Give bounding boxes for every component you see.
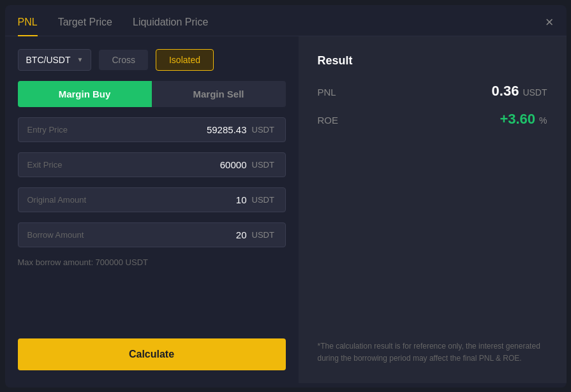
pair-mode-row: BTC/USDT ▼ Cross Isolated: [18, 49, 286, 71]
pnl-unit: USDT: [523, 87, 547, 98]
isolated-mode-button[interactable]: Isolated: [156, 49, 214, 71]
result-title: Result: [318, 54, 547, 68]
tab-liquidation-price[interactable]: Liquidation Price: [133, 17, 208, 36]
calculate-button[interactable]: Calculate: [18, 338, 286, 370]
roe-value: +3.60: [500, 111, 535, 127]
borrow-amount-value-area: USDT: [164, 229, 276, 240]
main-content: BTC/USDT ▼ Cross Isolated Margin Buy Mar…: [5, 36, 567, 383]
disclaimer-text: *The calculation result is for reference…: [318, 340, 547, 365]
exit-price-field: Exit Price USDT: [18, 152, 286, 177]
original-amount-unit: USDT: [252, 195, 276, 205]
borrow-amount-unit: USDT: [252, 230, 276, 240]
roe-label: ROE: [318, 115, 339, 126]
margin-sell-button[interactable]: Margin Sell: [152, 81, 286, 107]
entry-price-label: Entry Price: [27, 125, 68, 134]
close-button[interactable]: ×: [545, 15, 554, 29]
exit-price-value-area: USDT: [164, 159, 276, 170]
pair-selector[interactable]: BTC/USDT ▼: [18, 49, 92, 71]
pnl-value: 0.36: [492, 83, 519, 99]
original-amount-label: Original Amount: [27, 195, 87, 205]
buy-sell-toggle: Margin Buy Margin Sell: [18, 81, 286, 107]
pnl-result-row: PNL 0.36 USDT: [318, 83, 547, 99]
calculator-modal: × PNL Target Price Liquidation Price BTC…: [5, 5, 567, 388]
roe-unit: %: [539, 115, 547, 126]
pnl-label: PNL: [318, 87, 336, 98]
pnl-value-area: 0.36 USDT: [492, 83, 547, 99]
margin-buy-button[interactable]: Margin Buy: [18, 81, 152, 107]
borrow-amount-field: Borrow Amount USDT: [18, 222, 286, 247]
chevron-down-icon: ▼: [77, 56, 84, 63]
roe-result-row: ROE +3.60 %: [318, 111, 547, 127]
cross-mode-button[interactable]: Cross: [99, 50, 148, 70]
right-panel: Result PNL 0.36 USDT ROE +3.60 % *The ca…: [299, 36, 567, 383]
tab-pnl[interactable]: PNL: [18, 17, 38, 36]
borrow-amount-label: Borrow Amount: [27, 230, 84, 240]
left-panel: BTC/USDT ▼ Cross Isolated Margin Buy Mar…: [5, 36, 299, 383]
max-borrow-text: Max borrow amount: 700000 USDT: [18, 258, 286, 267]
entry-price-field: Entry Price USDT: [18, 117, 286, 142]
exit-price-input[interactable]: [164, 159, 247, 170]
entry-price-value-area: USDT: [164, 124, 276, 135]
tab-target-price[interactable]: Target Price: [58, 17, 112, 36]
pair-value: BTC/USDT: [26, 55, 71, 65]
roe-value-area: +3.60 %: [500, 111, 547, 127]
exit-price-unit: USDT: [252, 160, 276, 170]
tab-bar: PNL Target Price Liquidation Price: [5, 5, 567, 36]
original-amount-field: Original Amount USDT: [18, 187, 286, 212]
original-amount-value-area: USDT: [164, 194, 276, 205]
exit-price-label: Exit Price: [27, 160, 63, 170]
original-amount-input[interactable]: [164, 194, 247, 205]
entry-price-unit: USDT: [252, 125, 276, 134]
borrow-amount-input[interactable]: [164, 229, 247, 240]
entry-price-input[interactable]: [164, 124, 247, 135]
